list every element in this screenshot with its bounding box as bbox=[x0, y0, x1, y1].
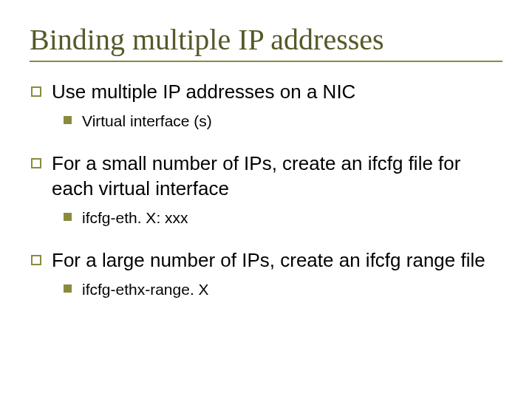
bullet-text: Use multiple IP addresses on a NIC bbox=[52, 80, 355, 105]
square-outline-icon bbox=[31, 86, 41, 97]
bullet-level1: For a large number of IPs, create an ifc… bbox=[31, 248, 502, 273]
subbullet-text: Virtual interface (s) bbox=[82, 111, 212, 131]
square-solid-icon bbox=[64, 213, 72, 221]
square-solid-icon bbox=[64, 116, 72, 124]
bullet-level2: ifcfg-eth. X: xxx bbox=[64, 208, 502, 228]
slide-content: Use multiple IP addresses on a NIC Virtu… bbox=[30, 80, 502, 299]
square-solid-icon bbox=[64, 284, 72, 293]
square-outline-icon bbox=[31, 158, 41, 168]
bullet-level1: For a small number of IPs, create an ifc… bbox=[31, 151, 502, 202]
bullet-text: For a small number of IPs, create an ifc… bbox=[52, 151, 502, 202]
square-outline-icon bbox=[31, 255, 41, 265]
subbullet-text: ifcfg-eth. X: xxx bbox=[82, 208, 188, 228]
slide-title: Binding multiple IP addresses bbox=[30, 24, 502, 56]
slide: Binding multiple IP addresses Use multip… bbox=[0, 0, 532, 399]
subbullet-text: ifcfg-ethx-range. X bbox=[82, 279, 209, 299]
title-underline bbox=[30, 61, 502, 62]
bullet-level2: Virtual interface (s) bbox=[64, 111, 502, 131]
bullet-text: For a large number of IPs, create an ifc… bbox=[52, 248, 485, 273]
bullet-level1: Use multiple IP addresses on a NIC bbox=[31, 80, 502, 105]
bullet-level2: ifcfg-ethx-range. X bbox=[64, 279, 502, 299]
